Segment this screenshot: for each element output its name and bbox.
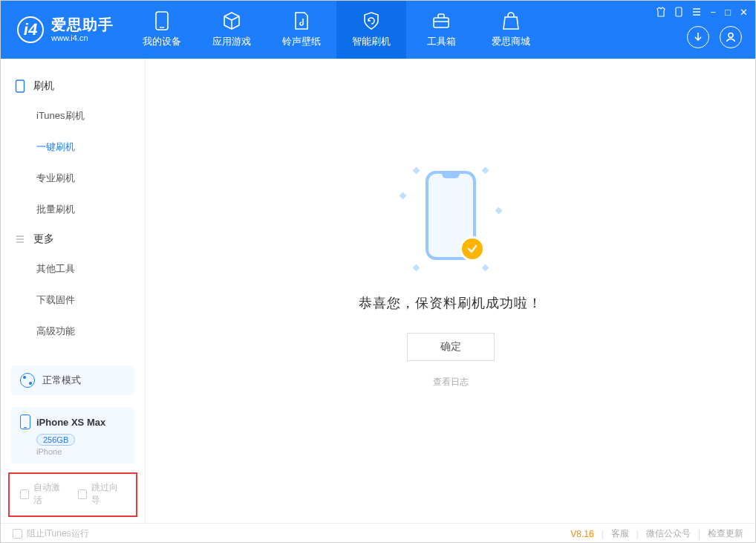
music-file-icon xyxy=(292,11,311,30)
menu-icon[interactable] xyxy=(691,7,702,18)
footer-link-update[interactable]: 检查更新 xyxy=(708,527,743,540)
tab-label: 爱思商城 xyxy=(492,35,530,48)
logo-area: i4 爱思助手 www.i4.cn xyxy=(1,1,127,59)
phone-small-icon[interactable] xyxy=(675,7,682,18)
footer-link-support[interactable]: 客服 xyxy=(611,527,629,540)
mode-card[interactable]: 正常模式 xyxy=(11,365,134,395)
skin-icon[interactable] xyxy=(656,7,666,18)
section-label: 更多 xyxy=(33,233,54,246)
success-text: 恭喜您，保资料刷机成功啦！ xyxy=(359,294,542,312)
ok-button[interactable]: 确定 xyxy=(407,333,495,361)
cube-icon xyxy=(222,11,241,30)
tab-label: 工具箱 xyxy=(427,35,456,48)
checkbox-box xyxy=(20,490,29,499)
svg-rect-1 xyxy=(160,27,164,28)
main-tabs: 我的设备 应用游戏 铃声壁纸 智能刷机 工具箱 爱思商城 xyxy=(127,1,546,59)
sidebar-item-itunes[interactable]: iTunes刷机 xyxy=(1,100,145,131)
tab-label: 我的设备 xyxy=(143,35,181,48)
check-badge-icon xyxy=(460,236,485,261)
checkbox-auto-activate[interactable]: 自动激活 xyxy=(20,481,68,507)
footer-link-wechat[interactable]: 微信公众号 xyxy=(646,527,691,540)
success-illustration xyxy=(391,163,510,275)
phone-icon xyxy=(152,11,172,30)
window-controls: − □ ✕ xyxy=(656,7,748,18)
sidebar-item-other[interactable]: 其他工具 xyxy=(1,253,145,284)
svg-rect-5 xyxy=(16,80,25,92)
sidebar-item-pro[interactable]: 专业刷机 xyxy=(1,163,145,194)
maximize-button[interactable]: □ xyxy=(725,7,731,18)
tab-store[interactable]: 爱思商城 xyxy=(476,1,546,59)
version-label: V8.16 xyxy=(570,529,593,539)
header-right-icons xyxy=(687,26,742,48)
tab-label: 铃声壁纸 xyxy=(282,35,321,48)
tab-label: 智能刷机 xyxy=(352,35,391,48)
tab-apps[interactable]: 应用游戏 xyxy=(197,1,267,59)
device-type: iPhone xyxy=(36,447,126,456)
tab-device[interactable]: 我的设备 xyxy=(127,1,197,59)
storage-badge: 256GB xyxy=(36,434,75,446)
bag-icon xyxy=(501,11,521,30)
logo-text: 爱思助手 www.i4.cn xyxy=(51,16,114,43)
main-content: 恭喜您，保资料刷机成功啦！ 确定 查看日志 xyxy=(146,59,755,523)
close-button[interactable]: ✕ xyxy=(740,7,748,18)
svg-rect-3 xyxy=(676,7,682,16)
checkbox-skip-guide[interactable]: 跳过向导 xyxy=(78,481,126,507)
checkbox-block-itunes[interactable]: 阻止iTunes运行 xyxy=(13,527,89,540)
device-name: iPhone XS Max xyxy=(36,417,105,428)
sidebar-item-firmware[interactable]: 下载固件 xyxy=(1,284,145,316)
checkbox-label: 阻止iTunes运行 xyxy=(27,527,89,540)
svg-rect-2 xyxy=(434,18,449,27)
svg-point-4 xyxy=(729,33,733,38)
checkbox-label: 跳过向导 xyxy=(91,481,126,507)
checkbox-box xyxy=(13,529,22,539)
sidebar-item-advanced[interactable]: 高级功能 xyxy=(1,316,145,347)
device-card[interactable]: iPhone XS Max 256GB iPhone xyxy=(11,407,134,464)
mode-icon xyxy=(20,373,35,388)
app-name: 爱思助手 xyxy=(51,16,114,33)
app-header: i4 爱思助手 www.i4.cn 我的设备 应用游戏 铃声壁纸 智能刷机 工具… xyxy=(1,1,755,59)
highlighted-checkbox-row: 自动激活 跳过向导 xyxy=(8,472,137,517)
minimize-button[interactable]: − xyxy=(711,7,717,18)
refresh-shield-icon xyxy=(362,11,381,30)
view-log-link[interactable]: 查看日志 xyxy=(433,376,469,388)
tab-ringtones[interactable]: 铃声壁纸 xyxy=(267,1,336,59)
footer: 阻止iTunes运行 V8.16 | 客服 | 微信公众号 | 检查更新 xyxy=(1,523,755,543)
logo-icon: i4 xyxy=(17,16,44,43)
tab-flash[interactable]: 智能刷机 xyxy=(336,1,406,59)
device-phone-icon xyxy=(20,414,30,429)
mode-label: 正常模式 xyxy=(42,374,81,387)
sidebar-item-batch[interactable]: 批量刷机 xyxy=(1,194,145,225)
downloads-button[interactable] xyxy=(687,26,709,48)
toolbox-icon xyxy=(431,11,451,30)
account-button[interactable] xyxy=(720,26,742,48)
list-icon xyxy=(14,233,26,245)
sidebar: 刷机 iTunes刷机 一键刷机 专业刷机 批量刷机 更多 其他工具 下载固件 … xyxy=(1,59,146,523)
footer-right: V8.16 | 客服 | 微信公众号 | 检查更新 xyxy=(570,527,743,540)
user-icon xyxy=(725,31,737,43)
checkbox-label: 自动激活 xyxy=(33,481,68,507)
download-icon xyxy=(692,31,704,43)
section-more: 更多 xyxy=(1,225,145,253)
checkbox-box xyxy=(78,490,87,499)
tab-label: 应用游戏 xyxy=(212,35,251,48)
section-label: 刷机 xyxy=(33,79,54,93)
phone-outline-icon xyxy=(14,80,26,92)
app-url: www.i4.cn xyxy=(51,33,114,43)
sidebar-item-onekey[interactable]: 一键刷机 xyxy=(1,131,145,163)
section-flash: 刷机 xyxy=(1,72,145,100)
app-body: 刷机 iTunes刷机 一键刷机 专业刷机 批量刷机 更多 其他工具 下载固件 … xyxy=(1,59,755,523)
tab-tools[interactable]: 工具箱 xyxy=(406,1,476,59)
